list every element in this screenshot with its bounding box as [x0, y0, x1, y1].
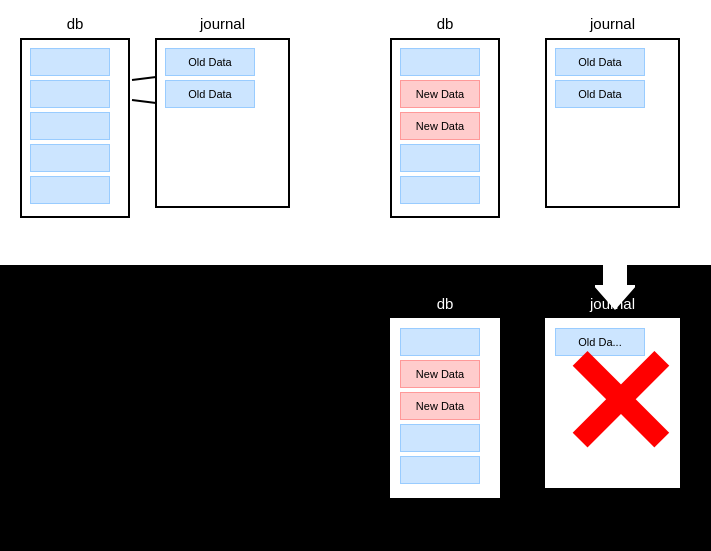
journal2-title: journal: [545, 15, 680, 32]
db2-newrow1: New Data: [400, 80, 480, 108]
bottom-db-panel: db New Data New Data: [390, 295, 500, 498]
db1-row5: [30, 176, 110, 204]
db2-row1: [400, 48, 480, 76]
journal2-row2: Old Data: [555, 80, 645, 108]
down-arrow: [595, 255, 635, 310]
db2-panel: db New Data New Data: [390, 15, 500, 218]
journal1-row2: Old Data: [165, 80, 255, 108]
bottom-db-newrow1: New Data: [400, 360, 480, 388]
journal2-row1: Old Data: [555, 48, 645, 76]
right-arrow: [308, 95, 368, 135]
db1-row1: [30, 48, 110, 76]
bottom-db-row2: [400, 424, 480, 452]
journal1-title: journal: [155, 15, 290, 32]
journal1-row1: Old Data: [165, 48, 255, 76]
db1-row2: [30, 80, 110, 108]
db2-row3: [400, 176, 480, 204]
journal1-panel: journal Old Data Old Data: [155, 15, 290, 208]
svg-marker-4: [595, 255, 635, 310]
bottom-db-title: db: [390, 295, 500, 312]
bottom-db-row1: [400, 328, 480, 356]
db2-row2: [400, 144, 480, 172]
journal2-panel: journal Old Data Old Data: [545, 15, 680, 208]
db1-row3: [30, 112, 110, 140]
db1-row4: [30, 144, 110, 172]
svg-marker-3: [308, 97, 366, 133]
db2-newrow2: New Data: [400, 112, 480, 140]
bottom-db-newrow2: New Data: [400, 392, 480, 420]
red-x-icon: ✕: [555, 330, 681, 480]
bottom-db-row3: [400, 456, 480, 484]
db2-title: db: [390, 15, 500, 32]
right-arrow-svg: [308, 95, 368, 135]
db1-title: db: [20, 15, 130, 32]
db1-panel: db: [20, 15, 130, 218]
down-arrow-svg: [595, 255, 635, 310]
